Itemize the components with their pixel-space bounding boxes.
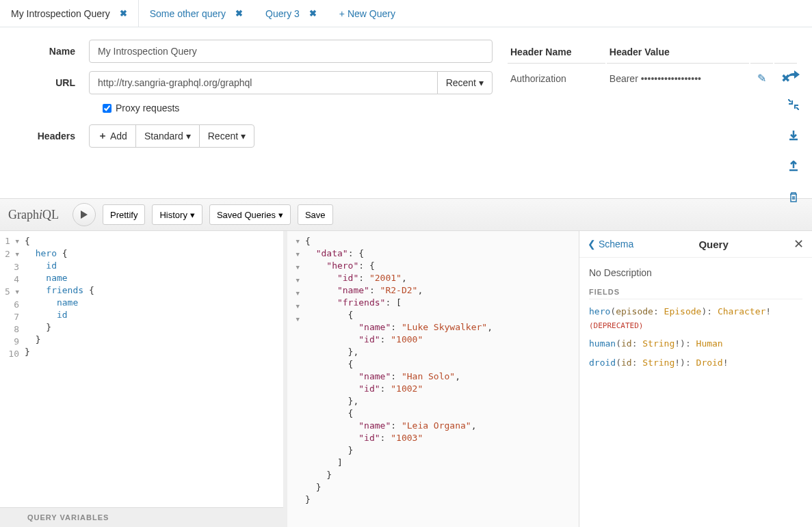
close-icon[interactable]: ✖ xyxy=(235,8,243,18)
line-gutter: ▼▼▼ ▼▼ ▼ ▼ xyxy=(287,235,305,506)
docs-pane: ❮ Schema Query ✕ No Description FIELDS h… xyxy=(579,231,812,527)
proxy-label: Proxy requests xyxy=(116,103,179,113)
close-icon[interactable]: ✖ xyxy=(120,8,127,18)
trash-icon[interactable] xyxy=(784,191,803,206)
chevron-down-icon: ▾ xyxy=(241,131,246,141)
query-editor-pane: 1 ▼2 ▼3 4 5 ▼6 7 8 9 10 { hero { id name… xyxy=(0,231,287,527)
plus-icon: ＋ xyxy=(98,130,107,142)
tab-label: Some other query xyxy=(150,8,226,19)
header-name-col: Header Name xyxy=(508,41,605,64)
tab-item[interactable]: My Introspection Query ✖ xyxy=(0,0,139,27)
chevron-down-icon: ▾ xyxy=(186,131,191,141)
url-label: URL xyxy=(14,77,89,88)
name-input[interactable] xyxy=(89,40,493,63)
docs-field[interactable]: hero(episode: Episode): Character! (DEPR… xyxy=(589,305,802,332)
share-icon[interactable] xyxy=(783,68,804,83)
chevron-down-icon: ▾ xyxy=(479,77,484,88)
save-button[interactable]: Save xyxy=(298,204,333,225)
new-tab-button[interactable]: + New Query xyxy=(328,0,407,27)
url-input[interactable] xyxy=(89,71,438,94)
download-icon[interactable] xyxy=(784,130,803,144)
config-panel: Name URL Recent▾ Proxy requests Headers … xyxy=(0,27,812,198)
chevron-down-icon: ▾ xyxy=(278,210,283,220)
close-icon[interactable]: ✖ xyxy=(309,8,317,18)
tab-label: My Introspection Query xyxy=(11,8,110,19)
chevron-down-icon: ▾ xyxy=(190,210,195,220)
query-variables-label[interactable]: QUERY VARIABLES xyxy=(0,507,283,527)
prettify-button[interactable]: Prettify xyxy=(103,204,145,225)
query-editor[interactable]: 1 ▼2 ▼3 4 5 ▼6 7 8 9 10 { hero { id name… xyxy=(0,231,283,507)
headers-table: Header Name Header Value Authorization B… xyxy=(506,40,798,93)
execute-button[interactable] xyxy=(73,203,96,226)
tab-label: Query 3 xyxy=(265,8,300,19)
result-pane: ▼▼▼ ▼▼ ▼ ▼ { "data": { "hero": { "id": "… xyxy=(287,231,579,527)
tab-bar: My Introspection Query ✖ Some other quer… xyxy=(0,0,812,27)
query-code[interactable]: { hero { id name friends { name id } } } xyxy=(25,235,283,507)
docs-field[interactable]: human(id: String!): Human xyxy=(589,337,802,351)
header-name-cell: Authorization xyxy=(508,65,605,92)
docs-title: Query xyxy=(698,239,728,250)
action-column xyxy=(783,68,804,206)
close-icon[interactable]: ✕ xyxy=(794,237,804,252)
add-header-button[interactable]: ＋Add xyxy=(89,124,136,148)
result-code: { "data": { "hero": { "id": "2001", "nam… xyxy=(305,235,579,506)
headers-label: Headers xyxy=(14,131,89,141)
saved-queries-button[interactable]: Saved Queries▾ xyxy=(209,204,291,225)
proxy-checkbox[interactable] xyxy=(103,104,112,113)
recent-headers-button[interactable]: Recent▾ xyxy=(199,124,254,148)
docs-back-button[interactable]: ❮ Schema xyxy=(588,239,633,249)
header-value-cell: Bearer •••••••••••••••••• xyxy=(607,65,749,92)
graphiql-toolbar: GraphiQL Prettify History▾ Saved Queries… xyxy=(0,198,812,231)
standard-headers-button[interactable]: Standard▾ xyxy=(135,124,200,148)
docs-description: No Description xyxy=(589,267,802,278)
table-row: Authorization Bearer •••••••••••••••••• … xyxy=(508,65,797,92)
main-panes: 1 ▼2 ▼3 4 5 ▼6 7 8 9 10 { hero { id name… xyxy=(0,231,812,527)
fields-section-title: FIELDS xyxy=(589,288,802,299)
tab-item[interactable]: Query 3 ✖ xyxy=(254,0,328,27)
graphiql-logo: GraphiQL xyxy=(8,208,59,222)
tab-item[interactable]: Some other query ✖ xyxy=(139,0,254,27)
collapse-icon[interactable] xyxy=(784,99,803,113)
line-gutter: 1 ▼2 ▼3 4 5 ▼6 7 8 9 10 xyxy=(0,235,25,507)
header-value-col: Header Value xyxy=(607,41,749,64)
history-button[interactable]: History▾ xyxy=(152,204,202,225)
docs-field[interactable]: droid(id: String!): Droid! xyxy=(589,356,802,370)
upload-icon[interactable] xyxy=(784,161,803,175)
name-label: Name xyxy=(14,46,89,57)
recent-url-button[interactable]: Recent▾ xyxy=(437,71,493,94)
edit-icon[interactable]: ✎ xyxy=(753,72,770,84)
